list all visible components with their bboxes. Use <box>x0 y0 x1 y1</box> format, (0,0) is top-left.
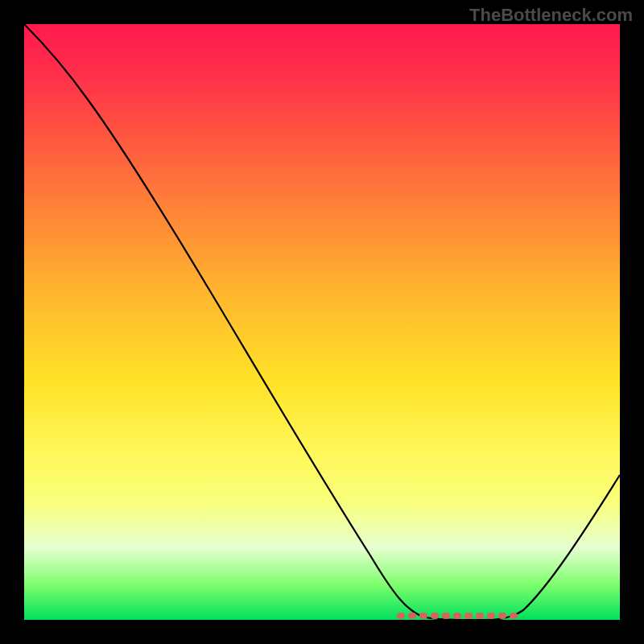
bottleneck-curve <box>24 24 620 620</box>
chart-svg <box>24 24 620 620</box>
chart-plot-area <box>24 24 620 620</box>
watermark-text: TheBottleneck.com <box>469 5 633 26</box>
